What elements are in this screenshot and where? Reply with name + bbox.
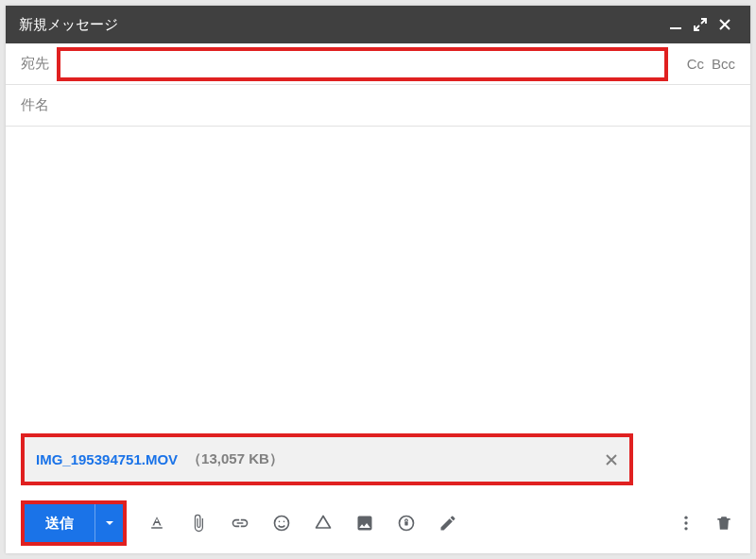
svg-point-8: [684, 527, 687, 530]
to-label: 宛先: [21, 55, 49, 73]
cc-bcc-group: Cc Bcc: [687, 56, 735, 72]
to-row: 宛先 Cc Bcc: [6, 43, 750, 85]
text-format-icon[interactable]: [146, 512, 168, 534]
attachment-section: IMG_195394751.MOV （13,057 KB）: [6, 433, 750, 493]
compose-toolbar: 送信: [6, 493, 750, 553]
formatting-tools: [146, 512, 459, 534]
svg-point-3: [284, 521, 285, 523]
send-button-highlight: 送信: [21, 500, 127, 546]
cc-toggle[interactable]: Cc: [687, 56, 704, 72]
more-icon[interactable]: [675, 512, 697, 534]
drive-icon[interactable]: [312, 512, 335, 534]
remove-attachment-icon[interactable]: [605, 453, 618, 466]
attachment-chip[interactable]: IMG_195394751.MOV （13,057 KB）: [21, 433, 633, 485]
bcc-toggle[interactable]: Bcc: [712, 56, 735, 72]
close-icon[interactable]: [713, 12, 737, 37]
svg-rect-0: [670, 27, 681, 29]
send-button[interactable]: 送信: [25, 504, 94, 542]
minimize-button[interactable]: [663, 12, 688, 37]
svg-point-1: [275, 517, 289, 531]
send-more-button[interactable]: [94, 504, 123, 542]
svg-point-2: [279, 521, 281, 523]
compose-window: 新規メッセージ 宛先 Cc Bcc 件名 IMG_195394751.M: [6, 6, 750, 553]
svg-point-7: [684, 521, 687, 524]
subject-label: 件名: [21, 96, 49, 114]
link-icon[interactable]: [229, 512, 251, 534]
attach-icon[interactable]: [187, 512, 210, 534]
trash-icon[interactable]: [713, 512, 735, 534]
expand-icon[interactable]: [688, 12, 713, 37]
svg-point-6: [684, 517, 687, 519]
emoji-icon[interactable]: [270, 512, 293, 534]
to-input-highlight: [57, 47, 668, 81]
confidential-icon[interactable]: [395, 512, 418, 534]
svg-rect-5: [404, 521, 407, 525]
message-body[interactable]: [6, 127, 750, 433]
attachment-filename: IMG_195394751.MOV: [36, 451, 178, 467]
image-icon[interactable]: [353, 512, 376, 534]
pen-icon[interactable]: [437, 512, 459, 534]
subject-row: 件名: [6, 85, 750, 127]
titlebar: 新規メッセージ: [6, 6, 750, 43]
attachment-size: （13,057 KB）: [187, 450, 284, 468]
window-title: 新規メッセージ: [19, 16, 663, 34]
subject-input[interactable]: [57, 89, 735, 123]
to-input[interactable]: [60, 47, 664, 81]
toolbar-right: [675, 512, 735, 534]
